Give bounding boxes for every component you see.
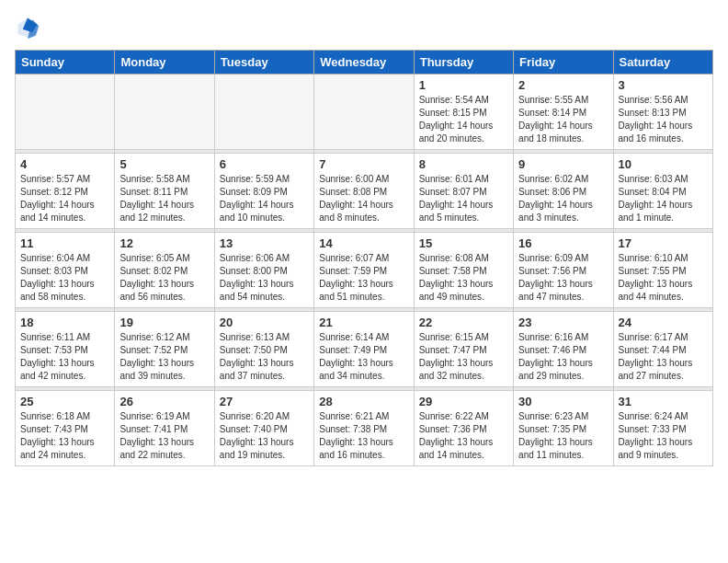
day-cell: 5Sunrise: 5:58 AM Sunset: 8:11 PM Daylig…	[115, 154, 214, 229]
day-detail: Sunrise: 6:11 AM Sunset: 7:53 PM Dayligh…	[20, 331, 109, 383]
day-cell: 14Sunrise: 6:07 AM Sunset: 7:59 PM Dayli…	[314, 233, 414, 308]
day-cell: 4Sunrise: 5:57 AM Sunset: 8:12 PM Daylig…	[16, 154, 115, 229]
week-row-1: 1Sunrise: 5:54 AM Sunset: 8:15 PM Daylig…	[16, 75, 713, 150]
day-number: 2	[518, 78, 608, 92]
day-detail: Sunrise: 5:58 AM Sunset: 8:11 PM Dayligh…	[119, 173, 209, 224]
day-number: 8	[419, 157, 508, 171]
day-detail: Sunrise: 6:08 AM Sunset: 7:58 PM Dayligh…	[419, 252, 508, 304]
day-cell	[314, 75, 414, 150]
day-number: 31	[619, 395, 708, 408]
day-header-saturday: Saturday	[613, 51, 712, 75]
day-number: 13	[220, 236, 309, 250]
day-number: 7	[319, 157, 408, 171]
day-detail: Sunrise: 6:12 AM Sunset: 7:52 PM Dayligh…	[119, 331, 209, 383]
week-row-3: 11Sunrise: 6:04 AM Sunset: 8:03 PM Dayli…	[16, 233, 713, 308]
day-detail: Sunrise: 6:22 AM Sunset: 7:36 PM Dayligh…	[419, 410, 508, 462]
day-detail: Sunrise: 5:54 AM Sunset: 8:15 PM Dayligh…	[419, 94, 508, 145]
day-number: 24	[619, 316, 708, 329]
day-detail: Sunrise: 5:55 AM Sunset: 8:14 PM Dayligh…	[518, 94, 608, 145]
day-detail: Sunrise: 6:20 AM Sunset: 7:40 PM Dayligh…	[220, 410, 309, 462]
day-cell: 27Sunrise: 6:20 AM Sunset: 7:40 PM Dayli…	[214, 391, 313, 466]
day-cell: 26Sunrise: 6:19 AM Sunset: 7:41 PM Dayli…	[115, 391, 214, 466]
day-detail: Sunrise: 6:02 AM Sunset: 8:06 PM Dayligh…	[518, 173, 608, 224]
day-number: 19	[119, 316, 209, 329]
day-detail: Sunrise: 6:16 AM Sunset: 7:46 PM Dayligh…	[518, 331, 608, 383]
day-cell: 23Sunrise: 6:16 AM Sunset: 7:46 PM Dayli…	[514, 312, 613, 387]
day-number: 12	[119, 236, 209, 250]
day-number: 9	[518, 157, 608, 171]
day-detail: Sunrise: 6:04 AM Sunset: 8:03 PM Dayligh…	[20, 252, 109, 304]
day-number: 10	[619, 157, 708, 171]
day-number: 15	[419, 236, 508, 250]
day-number: 17	[619, 236, 708, 250]
day-cell	[16, 75, 115, 150]
day-cell: 30Sunrise: 6:23 AM Sunset: 7:35 PM Dayli…	[514, 391, 613, 466]
day-cell: 18Sunrise: 6:11 AM Sunset: 7:53 PM Dayli…	[16, 312, 115, 387]
week-row-4: 18Sunrise: 6:11 AM Sunset: 7:53 PM Dayli…	[16, 312, 713, 387]
day-cell: 7Sunrise: 6:00 AM Sunset: 8:08 PM Daylig…	[314, 154, 414, 229]
day-cell: 29Sunrise: 6:22 AM Sunset: 7:36 PM Dayli…	[414, 391, 513, 466]
day-number: 1	[419, 78, 508, 92]
day-number: 26	[119, 395, 209, 408]
day-header-thursday: Thursday	[414, 51, 513, 75]
day-cell: 3Sunrise: 5:56 AM Sunset: 8:13 PM Daylig…	[613, 75, 712, 150]
day-detail: Sunrise: 6:06 AM Sunset: 8:00 PM Dayligh…	[220, 252, 309, 304]
day-detail: Sunrise: 6:21 AM Sunset: 7:38 PM Dayligh…	[319, 410, 408, 462]
day-number: 18	[20, 316, 109, 329]
day-detail: Sunrise: 5:56 AM Sunset: 8:13 PM Dayligh…	[619, 94, 708, 145]
day-detail: Sunrise: 6:15 AM Sunset: 7:47 PM Dayligh…	[419, 331, 508, 383]
day-number: 20	[220, 316, 309, 329]
day-cell: 24Sunrise: 6:17 AM Sunset: 7:44 PM Dayli…	[613, 312, 712, 387]
day-cell: 31Sunrise: 6:24 AM Sunset: 7:33 PM Dayli…	[613, 391, 712, 466]
logo-icon	[15, 15, 40, 40]
day-cell: 28Sunrise: 6:21 AM Sunset: 7:38 PM Dayli…	[314, 391, 414, 466]
page-header	[15, 15, 713, 40]
day-number: 21	[319, 316, 408, 329]
day-detail: Sunrise: 6:05 AM Sunset: 8:02 PM Dayligh…	[119, 252, 209, 304]
day-number: 25	[20, 395, 109, 408]
day-cell: 21Sunrise: 6:14 AM Sunset: 7:49 PM Dayli…	[314, 312, 414, 387]
day-detail: Sunrise: 6:24 AM Sunset: 7:33 PM Dayligh…	[619, 410, 708, 462]
day-cell: 9Sunrise: 6:02 AM Sunset: 8:06 PM Daylig…	[514, 154, 613, 229]
calendar-table: SundayMondayTuesdayWednesdayThursdayFrid…	[15, 50, 713, 466]
day-detail: Sunrise: 6:17 AM Sunset: 7:44 PM Dayligh…	[619, 331, 708, 383]
logo	[15, 15, 44, 40]
day-header-sunday: Sunday	[16, 51, 115, 75]
day-cell: 6Sunrise: 5:59 AM Sunset: 8:09 PM Daylig…	[214, 154, 313, 229]
day-detail: Sunrise: 6:23 AM Sunset: 7:35 PM Dayligh…	[518, 410, 608, 462]
day-number: 22	[419, 316, 508, 329]
day-detail: Sunrise: 6:10 AM Sunset: 7:55 PM Dayligh…	[619, 252, 708, 304]
day-number: 30	[518, 395, 608, 408]
day-number: 16	[518, 236, 608, 250]
calendar-header-row: SundayMondayTuesdayWednesdayThursdayFrid…	[16, 51, 713, 75]
day-cell: 25Sunrise: 6:18 AM Sunset: 7:43 PM Dayli…	[16, 391, 115, 466]
day-header-monday: Monday	[115, 51, 214, 75]
day-cell: 11Sunrise: 6:04 AM Sunset: 8:03 PM Dayli…	[16, 233, 115, 308]
day-detail: Sunrise: 6:00 AM Sunset: 8:08 PM Dayligh…	[319, 173, 408, 224]
day-cell	[214, 75, 313, 150]
week-row-2: 4Sunrise: 5:57 AM Sunset: 8:12 PM Daylig…	[16, 154, 713, 229]
day-cell: 1Sunrise: 5:54 AM Sunset: 8:15 PM Daylig…	[414, 75, 513, 150]
day-header-wednesday: Wednesday	[314, 51, 414, 75]
day-cell: 19Sunrise: 6:12 AM Sunset: 7:52 PM Dayli…	[115, 312, 214, 387]
day-number: 5	[119, 157, 209, 171]
day-detail: Sunrise: 6:18 AM Sunset: 7:43 PM Dayligh…	[20, 410, 109, 462]
day-number: 6	[220, 157, 309, 171]
day-number: 29	[419, 395, 508, 408]
day-cell: 20Sunrise: 6:13 AM Sunset: 7:50 PM Dayli…	[214, 312, 313, 387]
day-detail: Sunrise: 5:57 AM Sunset: 8:12 PM Dayligh…	[20, 173, 109, 224]
day-detail: Sunrise: 6:07 AM Sunset: 7:59 PM Dayligh…	[319, 252, 408, 304]
day-number: 28	[319, 395, 408, 408]
day-detail: Sunrise: 6:09 AM Sunset: 7:56 PM Dayligh…	[518, 252, 608, 304]
day-detail: Sunrise: 6:19 AM Sunset: 7:41 PM Dayligh…	[119, 410, 209, 462]
day-cell: 15Sunrise: 6:08 AM Sunset: 7:58 PM Dayli…	[414, 233, 513, 308]
day-number: 11	[20, 236, 109, 250]
week-row-5: 25Sunrise: 6:18 AM Sunset: 7:43 PM Dayli…	[16, 391, 713, 466]
day-cell: 2Sunrise: 5:55 AM Sunset: 8:14 PM Daylig…	[514, 75, 613, 150]
day-detail: Sunrise: 6:14 AM Sunset: 7:49 PM Dayligh…	[319, 331, 408, 383]
day-detail: Sunrise: 6:13 AM Sunset: 7:50 PM Dayligh…	[220, 331, 309, 383]
day-header-friday: Friday	[514, 51, 613, 75]
day-detail: Sunrise: 6:03 AM Sunset: 8:04 PM Dayligh…	[619, 173, 708, 224]
day-cell: 22Sunrise: 6:15 AM Sunset: 7:47 PM Dayli…	[414, 312, 513, 387]
day-number: 4	[20, 157, 109, 171]
